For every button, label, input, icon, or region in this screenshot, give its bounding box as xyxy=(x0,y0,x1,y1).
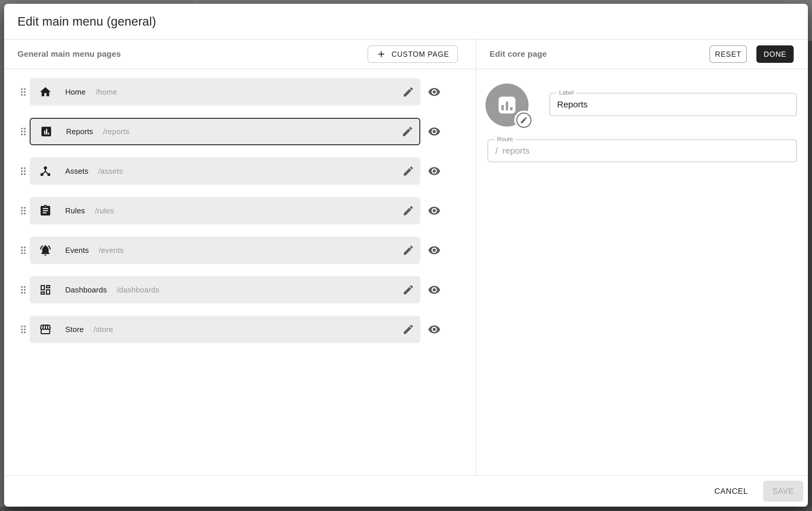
backdrop-dark-panel xyxy=(808,41,812,511)
edit-icon[interactable] xyxy=(402,165,414,177)
menu-item-dashboards[interactable]: Dashboards /dashboards xyxy=(30,276,420,303)
reports-icon xyxy=(40,125,53,138)
list-item: Assets /assets xyxy=(18,157,475,185)
menu-item-store[interactable]: Store /store xyxy=(30,316,420,343)
route-input[interactable] xyxy=(498,146,796,156)
menu-item-assets[interactable]: Assets /assets xyxy=(30,157,420,185)
change-icon-button[interactable] xyxy=(516,113,531,128)
route-prefix: / xyxy=(488,146,498,156)
menu-item-rules[interactable]: Rules /rules xyxy=(30,197,420,224)
edit-icon[interactable] xyxy=(402,284,414,296)
drag-handle-icon[interactable] xyxy=(18,86,29,98)
store-icon xyxy=(39,323,52,336)
visibility-icon[interactable] xyxy=(428,283,441,296)
label-field: Label xyxy=(549,93,797,116)
menu-item-label: Assets xyxy=(65,167,88,176)
menu-item-events[interactable]: Events /events xyxy=(30,237,420,264)
drag-handle-icon[interactable] xyxy=(18,244,29,256)
edit-icon[interactable] xyxy=(402,323,414,335)
visibility-icon[interactable] xyxy=(428,204,441,217)
route-field-label: Route xyxy=(494,136,516,143)
menu-item-route: /assets xyxy=(98,167,123,176)
dashboards-icon xyxy=(39,283,52,296)
panel-headers: General main menu pages CUSTOM PAGE Edit… xyxy=(4,39,808,69)
visibility-icon[interactable] xyxy=(428,125,441,138)
left-panel-header: General main menu pages CUSTOM PAGE xyxy=(4,39,476,69)
right-panel-header: Edit core page RESET DONE xyxy=(476,39,808,69)
menu-item-route: /events xyxy=(99,246,124,255)
edit-main-menu-dialog: Edit main menu (general) General main me… xyxy=(4,4,808,507)
right-panel-heading: Edit core page xyxy=(490,50,547,59)
menu-item-label: Dashboards xyxy=(65,285,107,295)
edit-icon[interactable] xyxy=(401,125,413,138)
menu-item-route: /reports xyxy=(103,127,129,136)
label-input[interactable] xyxy=(550,99,796,110)
backdrop-dark-panel xyxy=(0,507,812,511)
menu-item-label: Reports xyxy=(66,127,93,136)
visibility-icon[interactable] xyxy=(428,323,441,336)
plus-icon xyxy=(376,49,386,59)
list-item: Dashboards /dashboards xyxy=(18,276,475,303)
save-button[interactable]: SAVE xyxy=(763,481,803,502)
reports-icon xyxy=(498,97,516,114)
label-field-label: Label xyxy=(556,89,576,96)
edit-icon[interactable] xyxy=(402,205,414,217)
pencil-icon xyxy=(520,116,528,124)
list-item: Reports /reports xyxy=(18,118,475,145)
left-panel-heading: General main menu pages xyxy=(18,50,121,59)
menu-pages-list: Home /home Reports /reports xyxy=(4,69,476,475)
route-field: Route / xyxy=(488,140,797,162)
dialog-footer: CANCEL SAVE xyxy=(4,475,808,507)
list-item: Store /store xyxy=(18,316,475,343)
list-item: Rules /rules xyxy=(18,197,475,224)
menu-item-reports[interactable]: Reports /reports xyxy=(30,118,420,145)
drag-handle-icon[interactable] xyxy=(18,165,29,177)
edit-icon[interactable] xyxy=(402,86,414,98)
list-item: Home /home xyxy=(18,78,475,106)
drag-handle-icon[interactable] xyxy=(18,284,29,296)
visibility-icon[interactable] xyxy=(428,86,441,98)
drag-handle-icon[interactable] xyxy=(18,126,29,137)
drag-handle-icon[interactable] xyxy=(18,205,29,216)
dialog-title-bar: Edit main menu (general) xyxy=(4,4,808,39)
home-icon xyxy=(39,86,52,98)
edit-core-page-panel: Label Route / xyxy=(476,69,808,475)
menu-item-label: Home xyxy=(65,88,86,97)
visibility-icon[interactable] xyxy=(428,165,441,178)
menu-item-home[interactable]: Home /home xyxy=(30,78,420,106)
menu-item-route: /dashboards xyxy=(117,285,159,295)
cancel-button[interactable]: CANCEL xyxy=(705,481,757,502)
drag-handle-icon[interactable] xyxy=(18,324,29,335)
done-button[interactable]: DONE xyxy=(756,46,794,63)
menu-item-route: /store xyxy=(94,325,113,334)
rules-icon xyxy=(39,204,52,217)
visibility-icon[interactable] xyxy=(428,244,441,257)
edit-icon[interactable] xyxy=(402,244,414,257)
events-icon xyxy=(39,244,52,257)
menu-item-label: Store xyxy=(65,325,84,334)
menu-item-label: Rules xyxy=(65,206,85,215)
assets-icon xyxy=(39,165,52,178)
reset-button[interactable]: RESET xyxy=(709,46,747,63)
list-item: Events /events xyxy=(18,237,475,264)
custom-page-button[interactable]: CUSTOM PAGE xyxy=(368,46,458,63)
menu-item-route: /home xyxy=(96,88,117,97)
menu-item-route: /rules xyxy=(95,206,114,215)
dialog-title: Edit main menu (general) xyxy=(18,14,156,29)
menu-item-label: Events xyxy=(65,246,89,255)
